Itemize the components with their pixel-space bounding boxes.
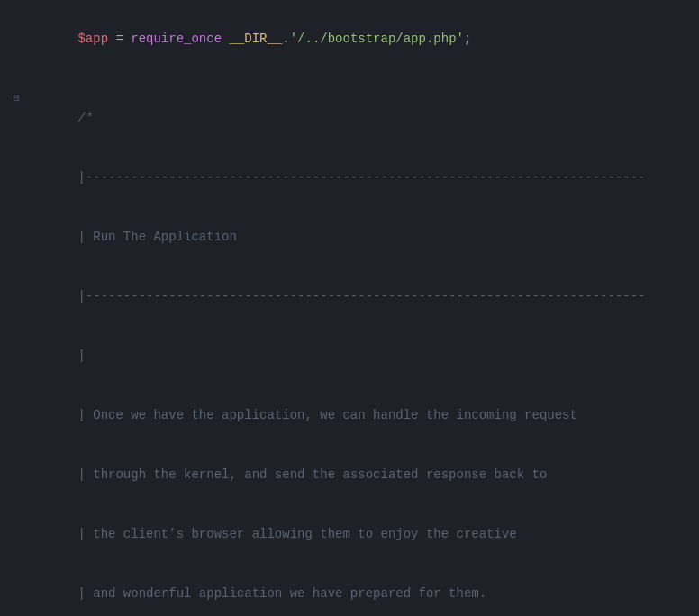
code-line: $app = require_once __DIR__.'/../bootstr… (0, 9, 699, 68)
code-token: $app (77, 32, 108, 46)
code-line: |---------------------------------------… (0, 267, 699, 326)
code-token: |---------------------------------------… (77, 170, 645, 185)
code-token: | through the kernel, and send the assoc… (77, 467, 547, 482)
code-line: | the client’s browser allowing them to … (0, 504, 699, 564)
line-content: |---------------------------------------… (23, 148, 699, 207)
code-token: = (108, 32, 131, 46)
line-content: $app = require_once __DIR__.'/../bootstr… (23, 9, 699, 68)
code-editor: $app = require_once __DIR__.'/../bootstr… (0, 0, 699, 616)
code-line: |---------------------------------------… (0, 148, 699, 207)
code-line: | and wonderful application we have prep… (0, 564, 699, 616)
code-line: | Once we have the application, we can h… (0, 385, 699, 445)
code-token: __DIR__ (229, 32, 282, 46)
collapse-gutter[interactable]: ⊟ (9, 88, 23, 108)
code-line: ⊟ /* (0, 88, 699, 148)
line-content: | through the kernel, and send the assoc… (23, 445, 699, 504)
code-token: | the client’s browser allowing them to … (77, 527, 516, 541)
code-token: ; (464, 32, 471, 46)
empty-line (0, 68, 699, 88)
line-content: | Once we have the application, we can h… (23, 385, 699, 445)
line-content: | (23, 326, 699, 385)
line-content: | and wonderful application we have prep… (23, 564, 699, 616)
code-line: | (0, 326, 699, 385)
code-token: | Once we have the application, we can h… (77, 408, 577, 422)
code-token: /* (77, 111, 93, 125)
code-token: require_once (131, 32, 222, 46)
code-line: | through the kernel, and send the assoc… (0, 445, 699, 504)
line-content: /* (23, 88, 699, 148)
line-content: |---------------------------------------… (23, 267, 699, 326)
line-content: | Run The Application (23, 207, 699, 267)
code-token: |---------------------------------------… (77, 289, 645, 303)
code-token: | Run The Application (77, 230, 236, 244)
code-token: | (77, 349, 85, 363)
line-content: | the client’s browser allowing them to … (23, 504, 699, 564)
code-token: | and wonderful application we have prep… (77, 586, 486, 601)
code-token: .'/../bootstrap/app.php' (282, 32, 464, 46)
code-line: | Run The Application (0, 207, 699, 267)
